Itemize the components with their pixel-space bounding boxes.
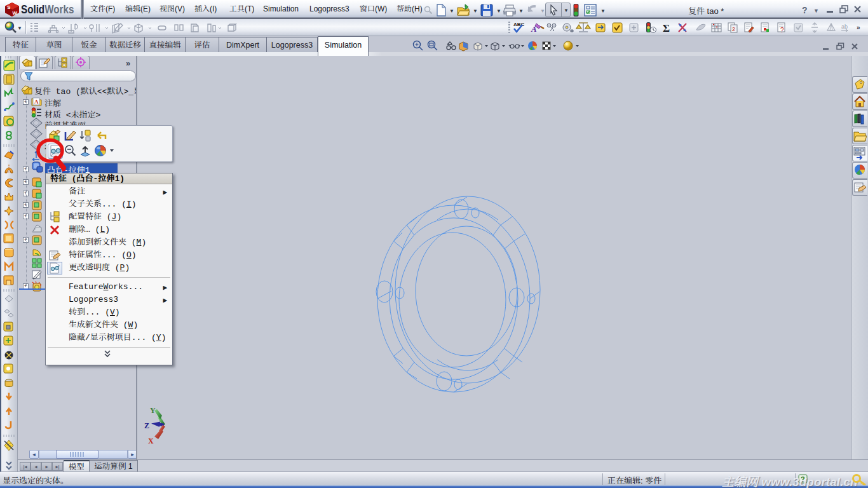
svg-text:W: W — [13, 10, 18, 16]
svg-text:Y: Y — [150, 406, 156, 415]
svg-text:ab: ab — [841, 24, 848, 30]
svg-text:ABC: ABC — [513, 22, 525, 27]
svg-text:S: S — [7, 4, 11, 10]
svg-text:A: A — [34, 98, 39, 105]
svg-text:Σ: Σ — [663, 22, 670, 34]
svg-text:Z: Z — [144, 421, 149, 430]
svg-text:X: X — [148, 437, 154, 445]
svg-text:?: ? — [780, 27, 784, 34]
svg-text:2: 2 — [732, 26, 735, 32]
